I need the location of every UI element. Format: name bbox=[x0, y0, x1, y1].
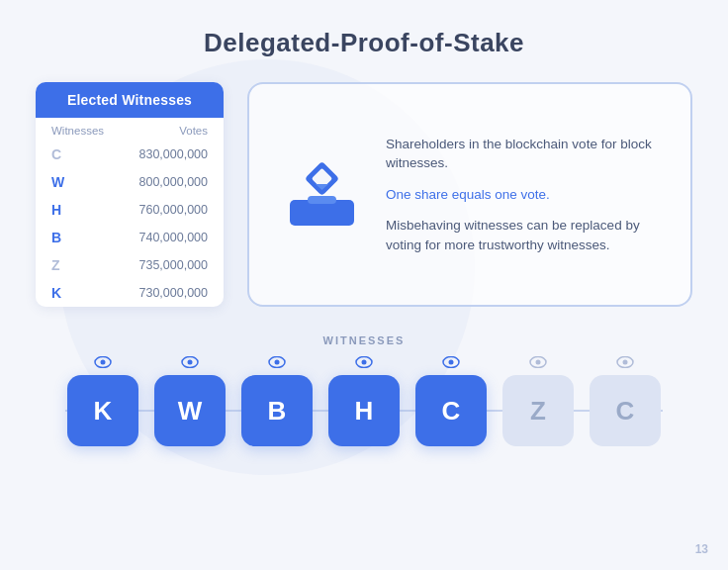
table-row: Z735,000,000 bbox=[36, 251, 224, 279]
witness-item: K bbox=[67, 356, 138, 446]
witness-letter: K bbox=[51, 285, 71, 301]
svg-point-5 bbox=[101, 360, 106, 365]
witness-eye-icon bbox=[94, 356, 112, 371]
witness-block: Z bbox=[502, 375, 574, 446]
main-content: Elected Witnesses Witnesses Votes C830,0… bbox=[0, 82, 728, 307]
info-line1: Shareholders in the blockchain vote for … bbox=[386, 135, 663, 173]
svg-point-7 bbox=[188, 360, 193, 365]
witness-block: W bbox=[154, 375, 226, 446]
witness-letter: C bbox=[51, 146, 71, 162]
witness-item: C bbox=[415, 356, 487, 446]
witness-votes: 735,000,000 bbox=[138, 258, 208, 272]
col-votes: Votes bbox=[179, 125, 208, 137]
info-box: Shareholders in the blockchain vote for … bbox=[247, 82, 692, 307]
witness-item: C bbox=[590, 356, 661, 446]
witness-letter: B bbox=[51, 230, 71, 245]
table-row: H760,000,000 bbox=[36, 196, 224, 224]
witness-eye-icon bbox=[529, 356, 547, 371]
table-col-headers: Witnesses Votes bbox=[36, 118, 224, 141]
witness-votes: 830,000,000 bbox=[138, 147, 208, 161]
witness-eye-icon bbox=[355, 356, 373, 371]
witness-eye-icon bbox=[181, 356, 199, 371]
col-witnesses: Witnesses bbox=[51, 125, 104, 137]
witness-block: B bbox=[241, 375, 313, 446]
witness-votes: 730,000,000 bbox=[138, 286, 208, 300]
witness-votes: 800,000,000 bbox=[138, 175, 208, 189]
witnesses-section-label: WITNESSES bbox=[36, 334, 692, 346]
ballot-icon bbox=[277, 152, 366, 237]
witness-letter: W bbox=[51, 174, 71, 190]
witness-eye-icon bbox=[616, 356, 634, 371]
table-row: B740,000,000 bbox=[36, 224, 224, 251]
info-text: Shareholders in the blockchain vote for … bbox=[386, 135, 663, 255]
page-title: Delegated-Proof-of-Stake bbox=[0, 0, 728, 58]
table-rows-container: C830,000,000W800,000,000H760,000,000B740… bbox=[36, 141, 224, 307]
witnesses-section: WITNESSES K W bbox=[0, 334, 728, 446]
witness-item: H bbox=[328, 356, 400, 446]
info-line2: One share equals one vote. bbox=[386, 185, 663, 205]
witness-item: B bbox=[241, 356, 313, 446]
witness-item: W bbox=[154, 356, 226, 446]
table-row: C830,000,000 bbox=[36, 141, 224, 168]
svg-rect-1 bbox=[308, 196, 336, 204]
elected-witnesses-table: Elected Witnesses Witnesses Votes C830,0… bbox=[36, 82, 224, 307]
witness-block: C bbox=[590, 375, 661, 446]
witness-block: K bbox=[67, 375, 138, 446]
witness-block: C bbox=[415, 375, 487, 446]
svg-point-15 bbox=[536, 360, 541, 365]
witness-eye-icon bbox=[442, 356, 460, 371]
witness-votes: 740,000,000 bbox=[138, 231, 208, 244]
witness-letter: Z bbox=[51, 257, 71, 273]
witness-item: Z bbox=[502, 356, 574, 446]
witness-eye-icon bbox=[268, 356, 286, 371]
table-row: K730,000,000 bbox=[36, 279, 224, 307]
page-number: 13 bbox=[695, 542, 708, 556]
svg-point-17 bbox=[623, 360, 628, 365]
info-line3: Misbehaving witnesses can be replaced by… bbox=[386, 216, 663, 254]
svg-point-9 bbox=[275, 360, 280, 365]
svg-point-13 bbox=[449, 360, 454, 365]
table-header: Elected Witnesses bbox=[36, 82, 224, 118]
svg-point-11 bbox=[362, 360, 367, 365]
table-row: W800,000,000 bbox=[36, 168, 224, 196]
witness-votes: 760,000,000 bbox=[138, 203, 208, 217]
witness-letter: H bbox=[51, 202, 71, 218]
witness-block: H bbox=[328, 375, 400, 446]
witnesses-row: K W B bbox=[36, 356, 692, 446]
